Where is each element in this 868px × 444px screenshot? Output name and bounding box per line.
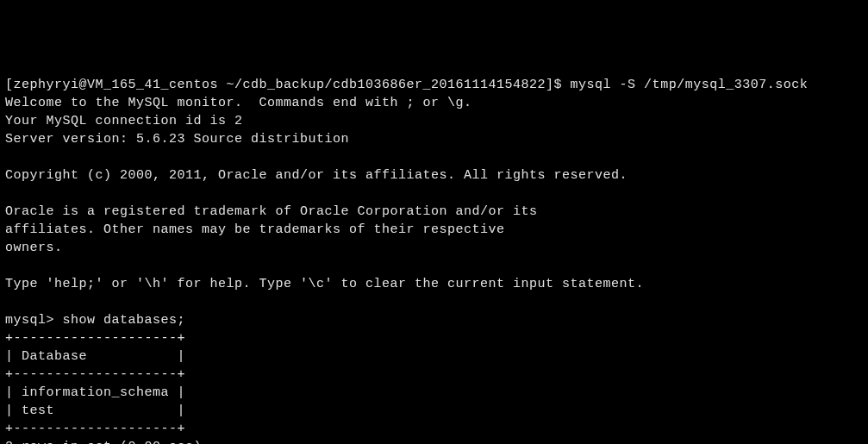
trademark-line-1: Oracle is a registered trademark of Orac… [5,203,863,221]
welcome-line-3: Server version: 5.6.23 Source distributi… [5,130,863,148]
blank-line [5,184,863,203]
mysql-prompt: mysql> [5,313,63,328]
trademark-line-2: affiliates. Other names may be trademark… [5,221,863,239]
copyright-line: Copyright (c) 2000, 2011, Oracle and/or … [5,166,863,184]
mysql-prompt-line-1: mysql> show databases; [5,311,863,329]
table-row-1: | information_schema | [5,384,863,402]
table-border-bottom: +--------------------+ [5,420,863,438]
shell-command[interactable]: mysql -S /tmp/mysql_3307.sock [571,78,809,92]
help-line: Type 'help;' or '\h' for help. Type '\c'… [5,275,863,293]
table-row-2: | test | [5,402,863,420]
shell-prompt: [zephyryi@VM_165_41_centos ~/cdb_backup/… [5,78,571,92]
result-line: 2 rows in set (0.00 sec) [5,438,863,444]
table-border-top: +--------------------+ [5,329,863,347]
mysql-command[interactable]: show databases; [63,313,186,328]
blank-line [5,257,863,275]
trademark-line-3: owners. [5,239,863,257]
table-header: | Database | [5,347,863,366]
table-border-mid: +--------------------+ [5,366,863,384]
welcome-line-1: Welcome to the MySQL monitor. Commands e… [5,94,863,112]
blank-line [5,293,863,311]
shell-line: [zephyryi@VM_165_41_centos ~/cdb_backup/… [5,76,863,94]
blank-line [5,148,863,166]
welcome-line-2: Your MySQL connection id is 2 [5,112,863,130]
